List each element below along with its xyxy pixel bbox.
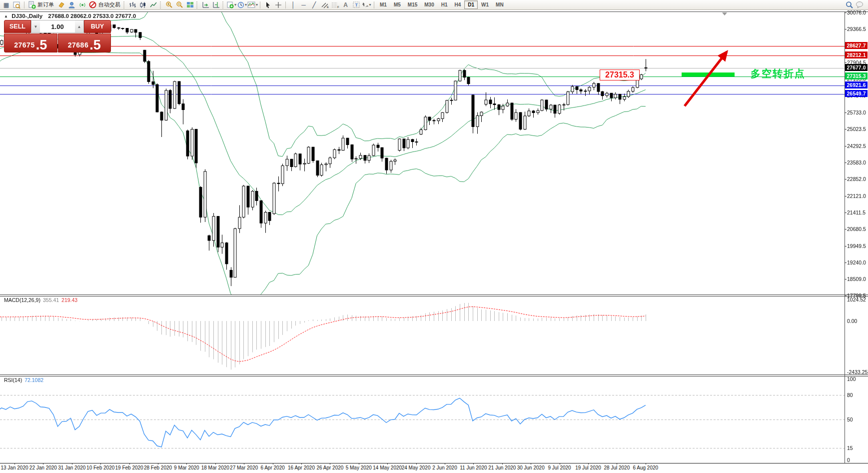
sell-price[interactable]: 27675 .5	[4, 34, 57, 52]
label-tool-icon[interactable]: T	[351, 0, 361, 9]
add-indicator-icon[interactable]: ▾	[226, 0, 237, 9]
date-tick	[445, 463, 445, 464]
candlestick-type-icon[interactable]	[138, 0, 148, 9]
toolbar: ▦ 新订单 自动交易 ▾ ▾ ▾ │ ─ ╱ E F A T ▾	[0, 0, 868, 10]
price-tick: 21411.5	[847, 210, 866, 216]
sell-button[interactable]: SELL	[4, 20, 31, 33]
equidistant-channel-icon[interactable]: E	[319, 0, 330, 9]
date-label: 27 Mar 2020	[230, 465, 258, 470]
search-icon[interactable]	[844, 0, 855, 9]
sell-price-frac: .5	[36, 40, 47, 50]
tf-h1[interactable]: H1	[438, 0, 451, 9]
profile-user-icon[interactable]	[66, 0, 77, 9]
date-label: 19 Jul 2020	[575, 465, 601, 470]
price-tick: 22121.0	[847, 193, 866, 199]
date-tick	[560, 463, 560, 464]
chart-profile-icon[interactable]	[11, 0, 22, 9]
autotrade-icon[interactable]	[87, 0, 98, 9]
date-tick	[588, 463, 589, 464]
date-tick	[473, 463, 474, 464]
price-badge: 26921.6	[845, 82, 868, 88]
period-clock-icon[interactable]: ▾	[237, 0, 247, 9]
macd-axis-tick: -2433.25	[847, 369, 868, 375]
rsi-axis-tick: 80	[847, 392, 853, 398]
rsi-separator-top[interactable]	[0, 374, 868, 375]
date-label: 22 Jan 2020	[29, 465, 57, 470]
signals-icon[interactable]	[77, 0, 87, 9]
zoom-out-icon[interactable]	[174, 0, 185, 9]
date-label: 10 Feb 2020	[86, 465, 114, 470]
rsi-separator-bottom[interactable]	[0, 376, 868, 376]
crosshair-icon[interactable]	[273, 0, 283, 9]
date-tick	[617, 463, 617, 464]
autotrade-label[interactable]: 自动交易	[98, 1, 120, 8]
rsi-axis-tick: 0	[847, 457, 850, 463]
pivot-price-flag[interactable]: 27315.3	[600, 70, 640, 80]
arrows-tool-icon[interactable]: ▾	[361, 0, 372, 9]
charts-grid-icon[interactable]: ▦	[1, 0, 11, 9]
price-tick: 25733.0	[847, 110, 866, 116]
sell-price-int: 27675	[14, 41, 34, 49]
date-label: 6 Aug 2020	[633, 465, 658, 470]
up-arrow-annotation[interactable]	[679, 44, 738, 110]
tf-m30[interactable]: M30	[421, 0, 437, 9]
date-label: 28 Feb 2020	[144, 465, 172, 470]
volume-down-button[interactable]: ▼	[31, 20, 40, 32]
volume-up-button[interactable]: ▲	[75, 20, 83, 32]
scroll-position-marker[interactable]	[722, 12, 727, 16]
date-label: 13 Jan 2020	[0, 465, 28, 470]
volume-value[interactable]: 1.00	[40, 20, 75, 32]
price-tick: 19949.5	[847, 243, 866, 249]
date-tick	[129, 463, 130, 464]
price-tick: 20680.5	[847, 226, 866, 232]
macd-main-value: 355.41	[43, 297, 59, 303]
chat-icon[interactable]	[855, 0, 865, 9]
date-tick	[100, 463, 101, 464]
tf-m15[interactable]: M15	[404, 0, 421, 9]
new-order-icon[interactable]	[26, 0, 37, 9]
line-chart-type-icon[interactable]	[148, 0, 159, 9]
date-label: 5 May 2020	[346, 465, 372, 470]
cursor-icon[interactable]	[262, 0, 273, 9]
date-tick	[43, 463, 43, 464]
tf-m1[interactable]: M1	[376, 0, 390, 9]
new-order-label[interactable]: 新订单	[37, 1, 54, 8]
svg-text:F: F	[337, 6, 339, 8]
price-tick: 25023.5	[847, 126, 866, 132]
tf-w1[interactable]: W1	[478, 0, 492, 9]
buy-button[interactable]: BUY	[84, 20, 111, 33]
collapse-arrow-icon[interactable]: ▲	[4, 14, 8, 18]
price-badge: 27677.0	[845, 64, 868, 71]
hline-tool-icon[interactable]: ─	[298, 0, 309, 9]
macd-separator-top[interactable]	[0, 294, 868, 295]
vline-tool-icon[interactable]: │	[288, 0, 298, 9]
turning-point-annotation[interactable]: 多空转折点	[751, 67, 806, 80]
chart-shift-icon[interactable]	[211, 0, 221, 9]
zoom-in-icon[interactable]	[164, 0, 174, 9]
tf-d1[interactable]: D1	[464, 0, 478, 9]
buy-price[interactable]: 27686 .5	[58, 34, 111, 52]
tf-h4[interactable]: H4	[451, 0, 465, 9]
trendline-tool-icon[interactable]: ╱	[309, 0, 319, 9]
history-eraser-icon[interactable]	[56, 0, 66, 9]
tf-m5[interactable]: M5	[390, 0, 404, 9]
text-tool-icon[interactable]: A	[340, 0, 351, 9]
tf-mn[interactable]: MN	[492, 0, 507, 9]
buy-price-frac: .5	[89, 40, 101, 50]
macd-axis-tick: 0.00	[847, 318, 857, 324]
macd-separator-bottom[interactable]	[0, 296, 868, 296]
tile-windows-icon[interactable]	[185, 0, 195, 9]
date-label: 26 Apr 2020	[316, 465, 343, 470]
date-label: 19 Feb 2020	[115, 465, 143, 470]
date-label: 2 Jun 2020	[432, 465, 457, 470]
date-tick	[531, 463, 531, 464]
price-badge: 26549.7	[845, 90, 868, 97]
date-tick	[387, 463, 388, 464]
bar-chart-type-icon[interactable]	[127, 0, 138, 9]
price-badge: 27315.3	[845, 72, 868, 80]
autoscroll-icon[interactable]	[200, 0, 211, 9]
fibonacci-icon[interactable]: F	[330, 0, 340, 9]
price-tick: 30076.0	[847, 10, 866, 16]
template-icon[interactable]: ▾	[247, 0, 258, 9]
rsi-label: RSI(14)72.1082	[4, 377, 43, 383]
